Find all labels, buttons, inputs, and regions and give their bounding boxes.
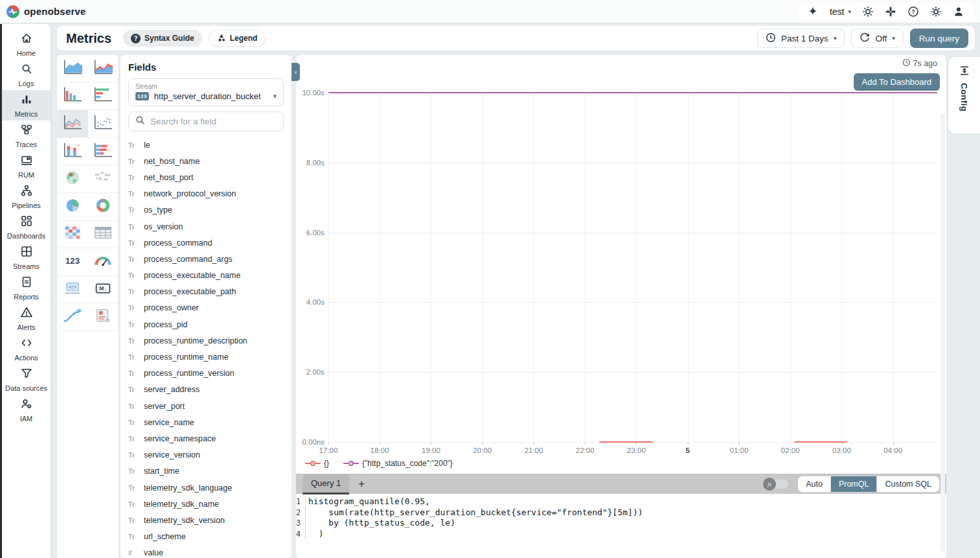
chart-type-cell[interactable] [57,55,88,83]
field-search-input[interactable] [150,117,277,126]
field-type-icon: Tr [128,304,138,312]
promql-editor[interactable]: 1 histogram_quantile(0.95, 2 sum(rate(ht… [296,494,946,554]
field-row[interactable]: Tr process_runtime_version [128,366,284,382]
plot-area[interactable]: 17:0018:0019:0020:0021:0022:0023:00501:0… [328,93,937,442]
field-row[interactable]: Tr process_command_args [128,251,284,267]
series-line[interactable] [794,441,847,443]
org-selector[interactable]: test ▾ [830,6,851,17]
add-query-tab-button[interactable]: + [358,478,365,491]
ai-sparkle-icon[interactable] [807,6,819,17]
chart-type-cell[interactable] [88,248,119,276]
scrollbar-track[interactable] [940,113,945,552]
config-tab[interactable]: Config [948,57,980,134]
field-row[interactable]: Tr network_protocol_version [128,186,284,202]
chart-type-cell[interactable] [88,138,119,166]
sidebar-item[interactable]: Pipelines [2,181,51,212]
series-line[interactable] [328,92,937,93]
chart-type-cell[interactable] [88,193,119,221]
legend-item[interactable]: {"http_status_code":"200"} [343,459,453,468]
chart-type-cell[interactable] [88,165,119,193]
field-row[interactable]: Tr process_runtime_description [128,332,284,349]
brand[interactable]: openobserve [6,5,86,18]
query-mode-button[interactable]: PromQL [831,476,878,492]
chart-type-cell[interactable] [57,303,88,331]
field-name: service_name [144,418,194,427]
pipelines-icon [20,184,33,200]
chart-type-cell[interactable] [57,110,88,138]
slack-icon[interactable] [885,6,896,17]
theme-light-icon[interactable] [862,6,874,17]
sidebar-item[interactable]: Traces [2,121,51,151]
query-mode-button[interactable]: Custom SQL [877,476,939,492]
chart-type-cell[interactable] [88,303,119,331]
sidebar-item[interactable]: IAM [2,395,51,425]
field-row[interactable]: Tr server_port [128,398,284,414]
sidebar-item[interactable]: Alerts [2,303,51,334]
chart-type-cell[interactable] [57,165,88,193]
field-row[interactable]: Tr process_executable_name [128,268,284,284]
field-row[interactable]: Tr telemetry_sdk_language [128,480,284,496]
field-row[interactable]: Tr le [128,137,284,153]
profile-icon[interactable] [953,6,964,17]
syntax-guide-button[interactable]: ? Syntax Guide [123,30,202,47]
stream-select[interactable]: Stream 123 http_server_duration_bucket ▾ [128,78,284,106]
sidebar-item[interactable]: Streams [2,242,51,273]
sidebar-item[interactable]: Dashboards [2,212,51,242]
field-row[interactable]: Tr telemetry_sdk_version [128,512,284,528]
field-row[interactable]: Tr telemetry_sdk_name [128,496,284,512]
chart-type-cell[interactable] [57,193,88,221]
field-row[interactable]: Tr service_name [128,414,284,430]
chart-type-cell[interactable] [88,110,119,138]
field-type-icon: Tr [128,467,138,475]
run-query-button[interactable]: Run query [910,29,968,48]
field-row[interactable]: Tr process_command [128,235,284,251]
sidebar-item[interactable]: RUM [2,151,51,181]
field-row[interactable]: Tr net_host_port [128,169,284,185]
query-mode-button[interactable]: Auto [798,476,831,492]
field-row[interactable]: Tr service_version [128,447,284,463]
field-row[interactable]: Tr process_owner [128,300,284,316]
field-row[interactable]: Tr url_scheme [128,529,284,545]
sidebar-item[interactable]: Logs [2,60,51,90]
field-row[interactable]: Tr service_namespace [128,430,284,447]
sidebar-item[interactable]: Actions [2,334,51,364]
legend-item[interactable]: {} [305,459,329,468]
chart-type-cell[interactable] [88,83,119,111]
field-row[interactable]: Tr os_type [128,202,284,218]
chart-type-cell[interactable]: M↓ [88,276,119,304]
sidebar-item[interactable]: Reports [2,273,51,303]
time-range-button[interactable]: Past 1 Days ▾ [757,29,845,48]
field-search[interactable] [128,111,284,132]
add-to-dashboard-button[interactable]: Add To Dashboard [854,73,940,91]
sidebar-item[interactable]: Home [2,29,51,60]
legend-button[interactable]: Legend [209,30,266,47]
help-icon[interactable]: ? [907,6,919,17]
chart-type-cell[interactable] [88,221,119,249]
field-row[interactable]: Tr process_runtime_name [128,349,284,365]
field-row[interactable]: Tr process_executable_path [128,284,284,300]
alerts-icon [20,306,33,321]
settings-gear-icon[interactable] [930,6,942,17]
field-row[interactable]: Tr start_time [128,463,284,480]
chart-type-cell[interactable] [57,221,88,249]
chevron-down-icon: ▾ [892,35,895,41]
chart-type-cell[interactable]: </> [57,276,88,304]
query-tab[interactable]: Query 1 [302,474,349,494]
function-toggle[interactable]: fx [765,480,788,489]
field-row[interactable]: # value [128,545,284,558]
sidebar-item[interactable]: Metrics [2,90,51,121]
x-axis-label: 5 [685,447,689,454]
chart-type-cell[interactable]: 123 [57,248,88,276]
field-row[interactable]: Tr net_host_name [128,153,284,169]
chart-type-cell[interactable] [57,83,88,111]
chart-type-cell[interactable] [57,138,88,166]
svg-text:123: 123 [65,256,80,266]
field-row[interactable]: Tr server_address [128,382,284,398]
chart-type-cell[interactable] [88,55,119,83]
field-row[interactable]: Tr os_version [128,218,284,235]
auto-refresh-button[interactable]: Off ▾ [851,29,903,48]
series-line[interactable] [599,441,653,443]
sidebar-item[interactable]: Data sources [2,364,51,395]
field-row[interactable]: Tr process_pid [128,316,284,332]
collapse-fields-button[interactable]: ‹ [291,63,300,81]
